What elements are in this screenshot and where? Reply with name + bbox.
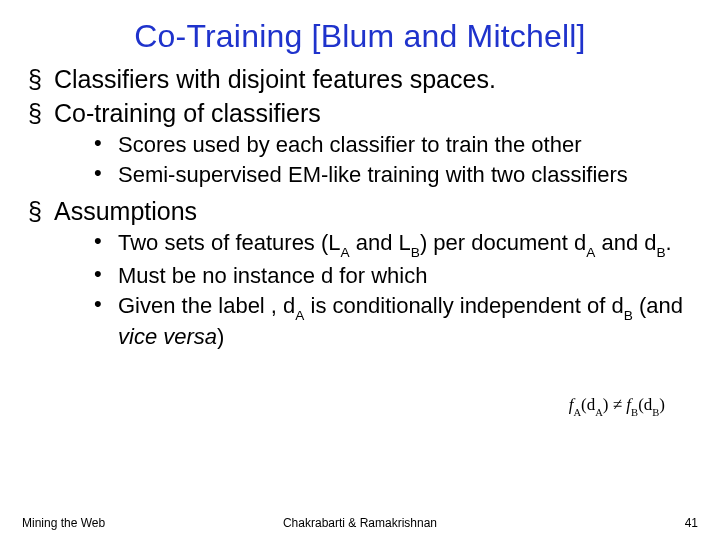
sub-bullet-text: Semi-supervised EM-like training with tw… [118,162,628,187]
footer-center: Chakrabarti & Ramakrishnan [0,516,720,530]
sub-bullet-item: Semi-supervised EM-like training with tw… [94,161,692,189]
sub-bullet-text: Given the label , dA is conditionally in… [118,293,683,349]
sub-bullet-list: Two sets of features (LA and LB) per doc… [54,229,692,351]
bullet-list: Classifiers with disjoint features space… [28,63,692,351]
bullet-item: Assumptions Two sets of features (LA and… [28,195,692,351]
slide: Co-Training [Blum and Mitchell] Classifi… [0,0,720,540]
sub-bullet-text: Two sets of features (LA and LB) per doc… [118,230,672,255]
sub-bullet-list: Scores used by each classifier to train … [54,131,692,189]
bullet-item: Classifiers with disjoint features space… [28,63,692,95]
slide-title: Co-Training [Blum and Mitchell] [0,0,720,63]
bullet-text: Co-training of classifiers [54,99,321,127]
sub-bullet-text: Must be no instance d for which [118,263,427,288]
sub-bullet-item: Given the label , dA is conditionally in… [94,292,692,351]
bullet-text: Assumptions [54,197,197,225]
bullet-item: Co-training of classifiers Scores used b… [28,97,692,189]
bullet-text: Classifiers with disjoint features space… [54,65,496,93]
sub-bullet-item: Two sets of features (LA and LB) per doc… [94,229,692,260]
footer-page: 41 [685,516,698,530]
sub-bullet-item: Must be no instance d for which [94,262,692,290]
sub-bullet-item: Scores used by each classifier to train … [94,131,692,159]
sub-bullet-text: Scores used by each classifier to train … [118,132,581,157]
formula-inequality: fA(dA) ≠ fB(dB) [569,395,665,416]
slide-body: Classifiers with disjoint features space… [0,63,720,351]
